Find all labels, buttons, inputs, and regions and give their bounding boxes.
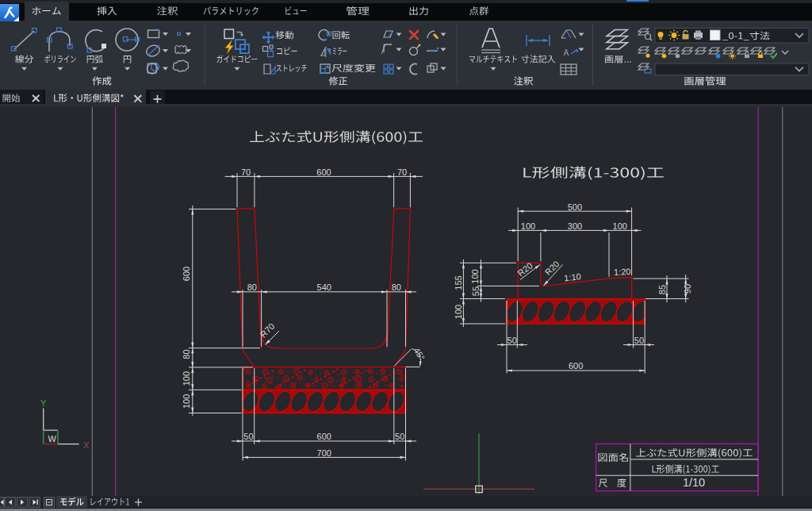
svg-text:80: 80 [392, 282, 401, 292]
svg-text:600: 600 [569, 361, 583, 371]
svg-text:50: 50 [634, 336, 644, 345]
svg-text:600: 600 [182, 267, 191, 281]
svg-text:600: 600 [316, 167, 331, 177]
svg-text:50: 50 [395, 432, 404, 441]
svg-text:X: X [83, 440, 90, 450]
svg-text:45°: 45° [412, 346, 427, 362]
svg-text:700: 700 [317, 448, 331, 458]
svg-text:100: 100 [182, 371, 191, 386]
svg-text:85: 85 [657, 285, 667, 294]
svg-text:155: 155 [454, 275, 463, 290]
svg-text:1:10: 1:10 [564, 271, 582, 283]
svg-text:50: 50 [508, 336, 517, 345]
svg-text:50: 50 [243, 432, 253, 441]
svg-text:100: 100 [454, 305, 463, 319]
svg-text:70: 70 [397, 167, 407, 177]
svg-text:90: 90 [683, 284, 692, 294]
svg-text:1/10: 1/10 [683, 476, 705, 489]
svg-text:100: 100 [521, 221, 535, 231]
svg-text:R20: R20 [543, 259, 561, 277]
svg-text:540: 540 [317, 282, 331, 292]
svg-text:300: 300 [568, 221, 582, 231]
svg-text:Y: Y [40, 398, 47, 408]
svg-text:100: 100 [613, 221, 627, 231]
svg-text:100: 100 [470, 269, 480, 283]
svg-text:100: 100 [182, 394, 191, 409]
svg-text:70: 70 [241, 167, 251, 177]
svg-text:600: 600 [317, 432, 331, 441]
svg-text:500: 500 [568, 202, 582, 212]
svg-text:80: 80 [182, 349, 191, 359]
svg-text:W: W [48, 434, 57, 444]
svg-text:55: 55 [471, 286, 481, 296]
svg-text:1:20: 1:20 [614, 267, 631, 277]
svg-text:80: 80 [247, 282, 257, 292]
